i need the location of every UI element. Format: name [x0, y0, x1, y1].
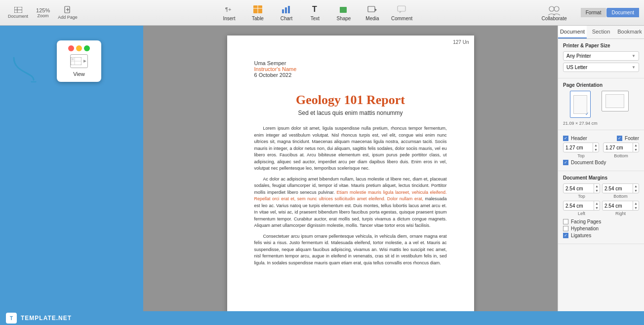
footer-up[interactable]: ▲ [633, 143, 639, 147]
zoom-control[interactable]: 125% Zoom [33, 6, 53, 19]
svg-point-19 [549, 6, 554, 11]
header-down[interactable]: ▼ [593, 147, 599, 152]
doc-date: 6 October 2022 [254, 72, 447, 78]
margin-bottom-stepper[interactable]: ▲ ▼ [633, 184, 639, 193]
text-button[interactable]: T Text [305, 3, 325, 21]
minimize-traffic-light[interactable] [76, 45, 82, 51]
margin-right-stepper[interactable]: ▲ ▼ [633, 201, 639, 210]
header-stepper[interactable]: ▲ ▼ [593, 143, 599, 152]
facing-pages-checkbox[interactable] [563, 219, 568, 224]
margin-top-up[interactable]: ▲ [594, 184, 600, 188]
portrait-dim: 21.09 × 27.94 cm [563, 121, 598, 126]
landscape-box [602, 91, 629, 111]
margin-right-item: 2.54 cm ▲ ▼ Right [602, 201, 639, 216]
header-sublabel: Top [563, 153, 599, 158]
paper-dropdown[interactable]: US Letter ▼ [563, 63, 639, 72]
margin-right-down[interactable]: ▼ [633, 206, 639, 210]
footer-down[interactable]: ▼ [633, 147, 639, 152]
paper-value: US Letter [566, 65, 587, 70]
media-button[interactable]: Media [362, 3, 382, 21]
format-button[interactable]: Format [581, 8, 606, 17]
tab-section[interactable]: Section [587, 26, 615, 38]
add-page-label: Add Page [58, 15, 78, 20]
svg-point-20 [554, 6, 559, 11]
margin-right-up[interactable]: ▲ [633, 201, 639, 206]
footer-stepper[interactable]: ▲ ▼ [633, 143, 639, 152]
landscape-option[interactable] [602, 91, 629, 126]
margin-left-input[interactable]: 2.54 cm ▲ ▼ [563, 201, 600, 211]
main-area: View Uma Semper Instructor's Name 6 Octo… [0, 26, 644, 311]
footer-checkbox[interactable]: ✓ [617, 136, 622, 141]
comment-button[interactable]: Comment [391, 3, 412, 21]
margin-right-value: 2.54 cm [603, 202, 633, 210]
margin-bottom-input[interactable]: 2.54 cm ▲ ▼ [602, 183, 639, 193]
svg-rect-17 [398, 6, 405, 11]
printer-value: Any Printer [566, 53, 591, 59]
footer-checkbox-label: Footer [625, 136, 639, 141]
document-button[interactable]: Document [606, 8, 639, 17]
maximize-traffic-light[interactable] [84, 45, 90, 51]
header-up[interactable]: ▲ [593, 143, 599, 147]
doc-body-checkbox-row: ✓ Document Body [563, 160, 639, 165]
zoom-value: 125% [36, 7, 50, 13]
doc-instructor: Instructor's Name [254, 66, 447, 72]
footer-input-col: 1.27 cm ▲ ▼ Bottom [603, 143, 639, 158]
left-panel: View [0, 26, 143, 311]
margin-left-item: 2.54 cm ▲ ▼ Left [563, 201, 600, 216]
orientation-options: ✓ 21.09 × 27.94 cm [563, 91, 639, 126]
header-checkbox[interactable]: ✓ [563, 136, 568, 141]
collaborate-button[interactable]: Collaborate [542, 4, 567, 21]
header-footer-section: ✓ Header ✓ Footer 1.27 cm ▲ ▼ Top [558, 130, 644, 171]
format-doc-toggle: Format Document [581, 8, 639, 17]
footer-sublabel: Bottom [603, 153, 639, 158]
paper-dropdown-arrow: ▼ [632, 65, 636, 70]
ligatures-checkbox[interactable]: ✓ [563, 233, 568, 238]
header-checkbox-row: ✓ Header ✓ Footer [563, 136, 639, 141]
close-traffic-light[interactable] [68, 45, 74, 51]
insert-button[interactable]: ¶+ Insert [219, 3, 239, 21]
margins-grid: 2.54 cm ▲ ▼ Top 2.54 cm ▲ ▼ [563, 183, 639, 216]
doc-body: Lorem ipsum dolor sit amet, ligula suspe… [254, 125, 447, 266]
tab-document[interactable]: Document [558, 26, 587, 38]
svg-text:¶+: ¶+ [225, 6, 231, 12]
add-page-button[interactable]: Add Page [55, 5, 80, 21]
margin-left-up[interactable]: ▲ [594, 201, 600, 206]
margin-right-input[interactable]: 2.54 cm ▲ ▼ [602, 201, 639, 211]
chart-button[interactable]: Chart [277, 3, 296, 21]
traffic-lights [68, 45, 90, 51]
hyphenation-checkbox[interactable] [563, 226, 568, 231]
view-button[interactable]: Document [5, 6, 31, 20]
margin-left-down[interactable]: ▼ [594, 206, 600, 210]
svg-marker-21 [31, 81, 37, 82]
margin-right-label: Right [602, 211, 639, 216]
toolbar-left: Document 125% Zoom Add Page [5, 5, 80, 21]
table-button[interactable]: Table [248, 3, 268, 21]
margin-left-stepper[interactable]: ▲ ▼ [594, 201, 600, 210]
facing-pages-row: Facing Pages [563, 219, 639, 224]
footer-value: 1.27 cm [604, 144, 633, 151]
body-para2: Ac dolor ac adipiscing amet bibendum nul… [254, 176, 447, 229]
margin-bottom-up[interactable]: ▲ [633, 184, 639, 188]
bottom-bar: T TEMPLATE.NET [0, 311, 644, 325]
svg-rect-10 [282, 9, 284, 13]
shape-button[interactable]: Shape [334, 3, 354, 21]
margin-top-input[interactable]: 2.54 cm ▲ ▼ [563, 183, 600, 193]
margin-top-item: 2.54 cm ▲ ▼ Top [563, 183, 600, 199]
ligatures-label: Ligatures [571, 233, 591, 238]
body-para1: Lorem ipsum dolor sit amet, ligula suspe… [254, 125, 447, 172]
margin-top-stepper[interactable]: ▲ ▼ [594, 184, 600, 193]
zoom-label: Zoom [38, 13, 49, 18]
tab-bookmark[interactable]: Bookmark [615, 26, 644, 38]
margin-top-value: 2.54 cm [564, 185, 594, 192]
svg-rect-11 [285, 7, 287, 13]
margin-top-down[interactable]: ▼ [594, 188, 600, 193]
margin-bottom-down[interactable]: ▼ [633, 188, 639, 193]
portrait-option[interactable]: ✓ 21.09 × 27.94 cm [563, 91, 598, 126]
printer-paper-section: Printer & Paper Size Any Printer ▼ US Le… [558, 39, 644, 78]
document-canvas: Uma Semper Instructor's Name 6 October 2… [143, 26, 558, 311]
toolbar-right: Collaborate Format Document [542, 4, 639, 21]
printer-dropdown[interactable]: Any Printer ▼ [563, 51, 639, 61]
document-margins-title: Document Margins [563, 175, 639, 181]
word-count: 127 Un [453, 39, 469, 45]
doc-body-checkbox[interactable]: ✓ [563, 160, 568, 165]
